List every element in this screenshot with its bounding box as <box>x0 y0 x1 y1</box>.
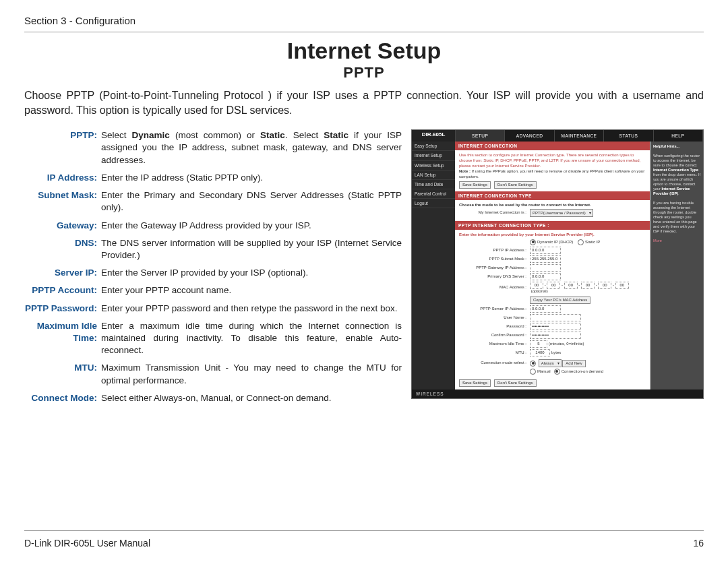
definition-desc: Enter the IP address (Static PPTP only). <box>101 172 402 184</box>
definition-desc: The DNS server information will be suppl… <box>101 237 402 261</box>
confirm-password-input[interactable]: •••••••••••• <box>530 332 581 339</box>
sidebar-item-easy[interactable]: Easy Setup <box>412 142 455 151</box>
sidebar-item-internet[interactable]: Internet Setup <box>412 151 455 160</box>
username-input[interactable] <box>530 314 581 321</box>
mac-seg[interactable]: 00 <box>598 282 611 289</box>
radio-dynamic[interactable] <box>530 239 536 245</box>
brand-badge: DIR-605L <box>412 130 456 142</box>
mac-seg[interactable]: 00 <box>581 282 595 289</box>
intro-paragraph: Choose PPTP (Point-to-Point-Tunneling Pr… <box>24 88 704 117</box>
definition-row: Connect Mode:Select either Always-on, Ma… <box>24 392 402 404</box>
definition-term: Subnet Mask: <box>24 189 101 214</box>
pptp-gw-input[interactable] <box>530 264 561 272</box>
section1-note2: Note : If using the PPPoE option, you wi… <box>459 169 646 180</box>
definition-term: Server IP: <box>24 267 101 279</box>
sidebar: Easy Setup Internet Setup Wireless Setup… <box>412 142 455 389</box>
section1-note: Use this section to configure your Inter… <box>459 153 646 168</box>
dont-save-button-bottom[interactable]: Don't Save Settings <box>494 379 537 387</box>
definition-row: Subnet Mask:Enter the Primary and Second… <box>24 189 402 214</box>
add-new-button[interactable]: Add New <box>562 360 585 367</box>
sidebar-item-lan[interactable]: LAN Setup <box>412 170 455 180</box>
top-rule <box>24 32 704 32</box>
pptp-mask-input[interactable]: 255.255.255.0 <box>530 255 561 263</box>
definition-row: Maximum Idle Time:Enter a maximum idle t… <box>24 320 402 357</box>
definitions-list: PPTP:Select Dynamic (most common) or Sta… <box>24 129 402 526</box>
definition-term: DNS: <box>24 237 101 261</box>
definition-desc: Enter the Server IP provided by your ISP… <box>101 267 402 279</box>
definition-desc: Enter the Gateway IP Address provided by… <box>101 220 402 232</box>
footbar-wireless: WIRELESS <box>412 389 703 398</box>
definition-row: PPTP:Select Dynamic (most common) or Sta… <box>24 129 402 166</box>
cmode-select[interactable]: Always <box>539 359 562 367</box>
definition-desc: Select either Always-on, Manual, or Conn… <box>101 392 402 404</box>
definition-term: Connect Mode: <box>24 392 101 404</box>
pptp-ip-input[interactable]: 0.0.0.0 <box>530 247 561 254</box>
idle-input[interactable]: 5 <box>530 340 547 348</box>
page-title: Internet Setup <box>24 38 704 64</box>
sidebar-item-parental[interactable]: Parental Control <box>412 189 455 199</box>
conn-select[interactable]: PPTP(Username / Password) <box>530 209 593 217</box>
conn-is-label: My Internet Connection is : <box>459 210 530 215</box>
tab-help[interactable]: HELP <box>654 130 703 142</box>
definition-term: Maximum Idle Time: <box>24 320 101 357</box>
definition-desc: Enter a maximum idle time during which t… <box>101 320 402 357</box>
mac-seg[interactable]: 00 <box>547 282 560 289</box>
definition-desc: Enter your PPTP account name. <box>101 284 402 296</box>
tab-setup[interactable]: SETUP <box>456 130 505 142</box>
definition-term: Gateway: <box>24 220 101 232</box>
tab-advanced[interactable]: ADVANCED <box>505 130 554 142</box>
dont-save-button-top[interactable]: Don't Save Settings <box>494 181 537 189</box>
page-subtitle: PPTP <box>24 64 704 82</box>
cmode-radio-manual[interactable] <box>530 369 536 375</box>
mac-seg[interactable]: 00 <box>530 282 543 289</box>
mac-seg[interactable]: 00 <box>615 282 629 289</box>
definition-row: IP Address:Enter the IP address (Static … <box>24 172 402 184</box>
page-number: 16 <box>693 538 704 549</box>
sidebar-item-time[interactable]: Time and Date <box>412 180 455 189</box>
definition-desc: Maximum Transmission Unit - You may need… <box>101 362 402 386</box>
copy-mac-button[interactable]: Copy Your PC's MAC Address <box>530 296 590 304</box>
definition-desc: Enter your PPTP password and then retype… <box>101 303 402 315</box>
section-header: Section 3 - Configuration <box>24 15 704 26</box>
cmode-radio-always[interactable] <box>530 361 536 367</box>
definition-term: IP Address: <box>24 172 101 184</box>
pptp-dns-input[interactable]: 0.0.0.0 <box>530 273 561 280</box>
definition-term: PPTP: <box>24 129 101 166</box>
sidebar-item-logout[interactable]: Logout <box>412 199 455 208</box>
definition-row: PPTP Account:Enter your PPTP account nam… <box>24 284 402 296</box>
tab-status[interactable]: STATUS <box>604 130 653 142</box>
definition-row: MTU:Maximum Transmission Unit - You may … <box>24 362 402 386</box>
mtu-input[interactable]: 1400 <box>530 349 550 356</box>
srv-ip-input[interactable]: 0.0.0.0 <box>530 305 561 313</box>
save-button-bottom[interactable]: Save Settings <box>459 379 491 387</box>
section-conn-type: INTERNET CONNECTION TYPE <box>455 191 650 200</box>
definition-row: Server IP:Enter the Server IP provided b… <box>24 267 402 279</box>
sec2-sub: Choose the mode to be used by the router… <box>459 203 646 208</box>
definition-row: Gateway:Enter the Gateway IP Address pro… <box>24 220 402 232</box>
help-more-link[interactable]: More <box>653 239 662 243</box>
definition-term: PPTP Account: <box>24 284 101 296</box>
radio-static[interactable] <box>578 239 584 245</box>
definition-term: PPTP Password: <box>24 303 101 315</box>
definition-desc: Select Dynamic (most common) or Static. … <box>101 129 402 166</box>
sec3-sub: Enter the information provided by your I… <box>459 232 646 238</box>
router-screenshot: DIR-605L SETUP ADVANCED MAINTENANCE STAT… <box>411 129 704 526</box>
definition-row: DNS:The DNS server information will be s… <box>24 237 402 261</box>
help-panel: Helpful Hints... When configuring the ro… <box>650 142 703 389</box>
definition-desc: Enter the Primary and Secondary DNS Serv… <box>101 189 402 214</box>
cmode-radio-demand[interactable] <box>554 369 560 375</box>
password-input[interactable]: •••••••••••• <box>530 323 581 330</box>
section-internet-connection: INTERNET CONNECTION <box>455 142 650 150</box>
section-pptp: PPTP INTERNET CONNECTION TYPE : <box>455 221 650 230</box>
footer-left: D-Link DIR-605L User Manual <box>24 538 150 549</box>
save-button-top[interactable]: Save Settings <box>459 181 491 189</box>
definition-row: PPTP Password:Enter your PPTP password a… <box>24 303 402 315</box>
bottom-rule <box>24 530 704 531</box>
sidebar-item-wireless[interactable]: Wireless Setup <box>412 161 455 170</box>
mac-seg[interactable]: 00 <box>564 282 578 289</box>
definition-term: MTU: <box>24 362 101 386</box>
tab-maintenance[interactable]: MAINTENANCE <box>555 130 604 142</box>
